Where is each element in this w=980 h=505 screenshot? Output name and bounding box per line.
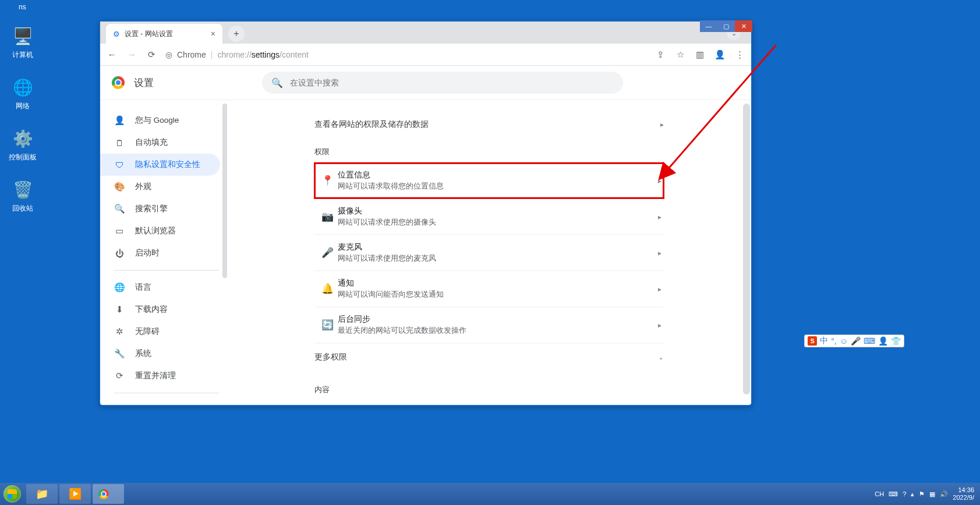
taskbar-chrome[interactable] <box>93 484 124 504</box>
forward-button[interactable]: → <box>126 49 137 59</box>
recycle-bin-icon: 🗑️ <box>11 178 34 201</box>
location-icon: 📍 <box>317 175 338 187</box>
search-input[interactable] <box>290 78 614 87</box>
sidebar-item-default-browser[interactable]: ▭默认浏览器 <box>100 220 220 242</box>
tab-title: 设置 - 网站设置 <box>125 29 173 39</box>
settings-search[interactable]: 🔍 <box>262 72 623 94</box>
chrome-icon <box>98 489 109 499</box>
control-panel-icon: ⚙️ <box>11 127 34 150</box>
taskbar: 📁 ▶️ CH ⌨ ? ▴ ⚑ ▦ 🔊 14:36 2022/9/ <box>0 483 980 505</box>
gear-icon: ⚙ <box>113 30 120 38</box>
chrome-logo-icon <box>112 76 125 89</box>
permission-background-sync[interactable]: 🔄 后台同步最近关闭的网站可以完成数据收发操作 ▸ <box>314 307 664 343</box>
sidebar-item-languages[interactable]: 🌐语言 <box>100 276 220 298</box>
desktop-icon-recycle-bin[interactable]: 🗑️回收站 <box>2 178 43 214</box>
sidebar-item-you-and-google[interactable]: 👤您与 Google <box>100 109 220 131</box>
profile-icon[interactable]: 👤 <box>714 49 726 60</box>
power-icon: ⏻ <box>114 248 125 258</box>
tray-clock[interactable]: 14:36 2022/9/ <box>953 486 974 502</box>
sidebar-item-accessibility[interactable]: ✲无障碍 <box>100 321 220 343</box>
separator <box>114 270 219 271</box>
address-bar: ← → ⟳ ◎ Chrome | chrome://settings/conte… <box>100 44 751 66</box>
settings-main: 查看各网站的权限及储存的数据 ▸ 权限 📍 位置信息网站可以请求取得您的位置信息… <box>227 100 751 405</box>
accessibility-icon: ✲ <box>114 326 125 337</box>
start-button[interactable] <box>0 483 24 505</box>
sidebar-item-extensions[interactable]: 🧩扩展程序↗ <box>100 399 220 405</box>
close-window-button[interactable]: ✕ <box>735 20 752 32</box>
ime-user-icon[interactable]: 👤 <box>878 336 888 346</box>
ime-punct-icon[interactable]: °, <box>831 336 837 346</box>
network-icon: 🌐 <box>11 76 34 99</box>
bell-icon: 🔔 <box>317 283 338 295</box>
chrome-icon: ◎ <box>165 50 172 59</box>
reset-icon: ⟳ <box>114 371 125 381</box>
permission-location[interactable]: 📍 位置信息网站可以请求取得您的位置信息 ▸ <box>314 163 664 198</box>
more-permissions-row[interactable]: 更多权限 ⌄ <box>314 343 664 371</box>
ime-emoji-icon[interactable]: ☺ <box>840 336 848 346</box>
sidebar-item-on-startup[interactable]: ⏻启动时 <box>100 242 220 264</box>
sidebar-item-reset[interactable]: ⟳重置并清理 <box>100 365 220 387</box>
url-field[interactable]: ◎ Chrome | chrome://settings/content <box>165 50 646 59</box>
desktop-icon-computer[interactable]: 🖥️计算机 <box>2 24 43 60</box>
chevron-right-icon: ▸ <box>660 120 664 129</box>
content-cookies[interactable]: 🍪 Cookie 和网站数据 <box>314 401 664 405</box>
ime-skin-icon[interactable]: 👕 <box>891 336 901 346</box>
side-panel-icon[interactable]: ▥ <box>694 49 706 60</box>
sidebar-item-privacy[interactable]: 🛡隐私设置和安全性 <box>100 154 220 176</box>
tray-keyboard-icon[interactable]: ⌨ <box>889 490 898 498</box>
menu-icon[interactable]: ⋮ <box>734 49 745 60</box>
scrollbar[interactable] <box>743 104 750 394</box>
permission-notifications[interactable]: 🔔 通知网站可以询问能否向您发送通知 ▸ <box>314 271 664 307</box>
tray-volume-icon[interactable]: 🔊 <box>940 490 948 498</box>
chevron-right-icon: ▸ <box>658 285 661 293</box>
window-controls: — ▢ ✕ <box>700 20 752 32</box>
windows-logo-icon <box>3 485 21 503</box>
desktop-icon-network[interactable]: 🌐网络 <box>2 76 43 111</box>
chevron-right-icon: ▸ <box>658 213 661 221</box>
tab-close-icon[interactable]: × <box>211 29 215 38</box>
ime-voice-icon[interactable]: 🎤 <box>851 336 861 346</box>
view-site-data-row[interactable]: 查看各网站的权限及储存的数据 ▸ <box>314 111 664 138</box>
tray-chevron-icon[interactable]: ▴ <box>911 490 914 498</box>
search-icon: 🔍 <box>114 204 125 214</box>
autofill-icon: 🗒 <box>114 138 125 148</box>
permission-microphone[interactable]: 🎤 麦克风网站可以请求使用您的麦克风 ▸ <box>314 234 664 271</box>
search-icon: 🔍 <box>271 77 283 88</box>
tray-flag-icon[interactable]: ⚑ <box>919 490 925 498</box>
browser-icon: ▭ <box>114 226 125 236</box>
person-icon: 👤 <box>114 115 125 126</box>
appearance-icon: 🎨 <box>114 182 125 192</box>
sidebar-item-autofill[interactable]: 🗒自动填充 <box>100 131 220 154</box>
ime-lang-icon[interactable]: 中 <box>820 336 828 346</box>
reload-button[interactable]: ⟳ <box>146 49 157 60</box>
sidebar-item-search-engine[interactable]: 🔍搜索引擎 <box>100 198 220 220</box>
ime-toolbar[interactable]: S 中 °, ☺ 🎤 ⌨ 👤 👕 <box>804 335 904 347</box>
share-icon[interactable]: ⇪ <box>654 49 666 60</box>
browser-tab[interactable]: ⚙ 设置 - 网站设置 × <box>106 24 222 44</box>
chevron-down-icon: ⌄ <box>658 353 664 361</box>
computer-icon: 🖥️ <box>11 24 34 48</box>
chevron-right-icon: ▸ <box>658 177 661 185</box>
taskbar-media-player[interactable]: ▶️ <box>59 484 91 504</box>
back-button[interactable]: ← <box>106 49 118 59</box>
sidebar-item-downloads[interactable]: ⬇下载内容 <box>100 298 220 321</box>
desktop-icon-control-panel[interactable]: ⚙️控制面板 <box>2 127 43 162</box>
permission-camera[interactable]: 📷 摄像头网站可以请求使用您的摄像头 ▸ <box>314 198 664 234</box>
microphone-icon: 🎤 <box>317 247 338 259</box>
sidebar-item-appearance[interactable]: 🎨外观 <box>100 176 220 198</box>
maximize-button[interactable]: ▢ <box>717 20 735 32</box>
tray-network-icon[interactable]: ▦ <box>929 490 935 498</box>
sidebar-item-system[interactable]: 🔧系统 <box>100 343 220 365</box>
new-tab-button[interactable]: + <box>228 26 245 42</box>
desktop-folder-label: ns <box>19 3 26 11</box>
sync-icon: 🔄 <box>317 319 338 331</box>
camera-icon: 📷 <box>317 211 338 223</box>
ime-keyboard-icon[interactable]: ⌨ <box>864 336 875 346</box>
minimize-button[interactable]: — <box>700 20 717 32</box>
chrome-window: ⚙ 设置 - 网站设置 × + ⌄ — ▢ ✕ ← → ⟳ ◎ Chrome |… <box>99 20 752 406</box>
tray-help-icon[interactable]: ? <box>903 490 906 497</box>
tray-lang[interactable]: CH <box>875 490 884 497</box>
taskbar-explorer[interactable]: 📁 <box>26 484 58 504</box>
bookmark-icon[interactable]: ☆ <box>674 49 686 60</box>
separator <box>114 393 219 393</box>
